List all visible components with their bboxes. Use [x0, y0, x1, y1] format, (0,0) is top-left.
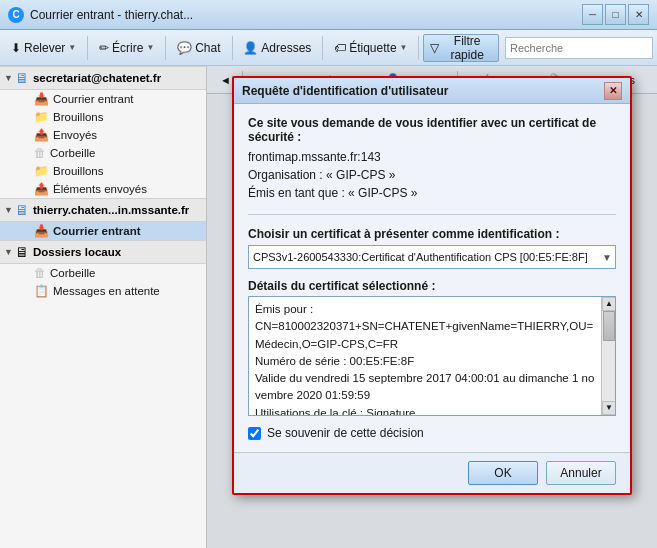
envoyes-1-label: Envoyés — [53, 129, 97, 141]
main-area: ▼ 🖥 secretariat@chatenet.fr 📥 Courrier e… — [0, 66, 657, 548]
section-cert-details: Détails du certificat sélectionné : Émis… — [248, 279, 616, 416]
relever-label: Relever — [24, 41, 65, 55]
filtre-label: Filtre rapide — [442, 34, 492, 62]
scrollbar-up-button[interactable]: ▲ — [602, 297, 616, 311]
corbeille-1-label: Corbeille — [50, 147, 95, 159]
toolbar-sep-1 — [87, 36, 88, 60]
inbox-icon-2: 📥 — [34, 224, 49, 238]
sidebar-item-brouillons-2[interactable]: 📁 Brouillons — [0, 162, 206, 180]
relever-button[interactable]: ⬇ Relever ▼ — [4, 34, 83, 62]
section-choose-cert: Choisir un certificat à présenter comme … — [248, 227, 616, 269]
ecrire-arrow-icon: ▼ — [146, 43, 154, 52]
sidebar-local-folders[interactable]: ▼ 🖥 Dossiers locaux — [0, 240, 206, 264]
search-input[interactable] — [505, 37, 653, 59]
remember-decision-label[interactable]: Se souvenir de cette décision — [267, 426, 424, 440]
sidebar-account-1[interactable]: ▼ 🖥 secretariat@chatenet.fr — [0, 66, 206, 90]
etiquette-arrow-icon: ▼ — [400, 43, 408, 52]
sidebar-account-2[interactable]: ▼ 🖥 thierry.chaten...in.mssante.fr — [0, 198, 206, 222]
messages-attente-label: Messages en attente — [53, 285, 160, 297]
content-area: ◄ ●● Non lus ★ Suivis 👤 Contacts 🏷 Étiqu… — [207, 66, 657, 548]
user-id-dialog: Requête d'identification d'utilisateur ✕… — [232, 76, 632, 495]
chat-icon: 💬 — [177, 41, 192, 55]
organisation-text: Organisation : « GIP-CPS » — [248, 166, 616, 184]
brouillons-1-label: Brouillons — [53, 111, 104, 123]
messages-attente-icon: 📋 — [34, 284, 49, 298]
account1-icon: 🖥 — [15, 70, 29, 86]
envoyes-icon: 📤 — [34, 128, 49, 142]
sidebar-item-courrier-entrant-1[interactable]: 📥 Courrier entrant — [0, 90, 206, 108]
minimize-button[interactable]: ─ — [582, 4, 603, 25]
sidebar-item-corbeille-1[interactable]: 🗑 Corbeille — [0, 144, 206, 162]
main-toolbar: ⬇ Relever ▼ ✏ Écrire ▼ 💬 Chat 👤 Adresses… — [0, 30, 657, 66]
account2-icon: 🖥 — [15, 202, 29, 218]
sidebar-item-envoyes-1[interactable]: 📤 Envoyés — [0, 126, 206, 144]
cert-select-container: CPS3v1-2600543330:Certificat d'Authentif… — [248, 245, 616, 269]
toolbar-sep-4 — [322, 36, 323, 60]
remember-decision-row: Se souvenir de cette décision — [248, 426, 616, 440]
corbeille-local-label: Corbeille — [50, 267, 95, 279]
section1-heading: Ce site vous demande de vous identifier … — [248, 116, 616, 144]
annuler-button[interactable]: Annuler — [546, 461, 616, 485]
adresses-icon: 👤 — [243, 41, 258, 55]
local-expand-icon: ▼ — [4, 247, 13, 257]
sidebar-item-corbeille-local[interactable]: 🗑 Corbeille — [0, 264, 206, 282]
window-title: Courrier entrant - thierry.chat... — [30, 8, 582, 22]
account2-label: thierry.chaten...in.mssante.fr — [33, 204, 189, 216]
corbeille-icon-1: 🗑 — [34, 146, 46, 160]
adresses-label: Adresses — [261, 41, 311, 55]
scrollbar-down-button[interactable]: ▼ — [602, 401, 616, 415]
adresses-button[interactable]: 👤 Adresses — [236, 34, 318, 62]
courrier-entrant-1-label: Courrier entrant — [53, 93, 134, 105]
filtre-rapide-button[interactable]: ▽ Filtre rapide — [423, 34, 499, 62]
ecrire-label: Écrire — [112, 41, 143, 55]
section-security-cert: Ce site vous demande de vous identifier … — [248, 116, 616, 202]
relever-arrow-icon: ▼ — [68, 43, 76, 52]
brouillons-2-label: Brouillons — [53, 165, 104, 177]
dialog-close-button[interactable]: ✕ — [604, 82, 622, 100]
inbox-icon-1: 📥 — [34, 92, 49, 106]
account1-label: secretariat@chatenet.fr — [33, 72, 161, 84]
chat-label: Chat — [195, 41, 220, 55]
sidebar-item-brouillons-1[interactable]: 📁 Brouillons — [0, 108, 206, 126]
cert-details-box[interactable]: Émis pour : CN=810002320371+SN=CHATENET+… — [248, 296, 616, 416]
dialog-sep-1 — [248, 214, 616, 215]
etiquette-label: Étiquette — [349, 41, 396, 55]
corbeille-local-icon: 🗑 — [34, 266, 46, 280]
chat-button[interactable]: 💬 Chat — [170, 34, 227, 62]
scrollbar-thumb[interactable] — [603, 311, 615, 341]
details-scrollbar[interactable]: ▲ ▼ — [601, 297, 615, 415]
toolbar-sep-2 — [165, 36, 166, 60]
dialog-titlebar: Requête d'identification d'utilisateur ✕ — [234, 78, 630, 104]
dialog-overlay: Requête d'identification d'utilisateur ✕… — [207, 66, 657, 548]
cert-details-text: Émis pour : CN=810002320371+SN=CHATENET+… — [255, 301, 609, 416]
filtre-icon: ▽ — [430, 41, 439, 55]
maximize-button[interactable]: □ — [605, 4, 626, 25]
elements-envoyes-icon: 📤 — [34, 182, 49, 196]
close-button[interactable]: ✕ — [628, 4, 649, 25]
sidebar: ▼ 🖥 secretariat@chatenet.fr 📥 Courrier e… — [0, 66, 207, 548]
etiquette-icon: 🏷 — [334, 41, 346, 55]
title-bar: C Courrier entrant - thierry.chat... ─ □… — [0, 0, 657, 30]
cert-select[interactable]: CPS3v1-2600543330:Certificat d'Authentif… — [248, 245, 616, 269]
ecrire-button[interactable]: ✏ Écrire ▼ — [92, 34, 161, 62]
sidebar-item-courrier-entrant-2[interactable]: 📥 Courrier entrant — [0, 222, 206, 240]
etiquette-button[interactable]: 🏷 Étiquette ▼ — [327, 34, 414, 62]
emis-tant-que-text: Émis en tant que : « GIP-CPS » — [248, 184, 616, 202]
sidebar-item-messages-attente[interactable]: 📋 Messages en attente — [0, 282, 206, 300]
sidebar-item-elements-envoyes[interactable]: 📤 Éléments envoyés — [0, 180, 206, 198]
local-icon: 🖥 — [15, 244, 29, 260]
account2-expand-icon: ▼ — [4, 205, 13, 215]
app-icon: C — [8, 7, 24, 23]
ok-button[interactable]: OK — [468, 461, 538, 485]
brouillons-icon-2: 📁 — [34, 164, 49, 178]
elements-envoyes-label: Éléments envoyés — [53, 183, 147, 195]
relever-icon: ⬇ — [11, 41, 21, 55]
toolbar-sep-3 — [232, 36, 233, 60]
dialog-footer: OK Annuler — [234, 452, 630, 493]
brouillons-icon-1: 📁 — [34, 110, 49, 124]
section2-heading: Choisir un certificat à présenter comme … — [248, 227, 616, 241]
toolbar-sep-5 — [418, 36, 419, 60]
dialog-title: Requête d'identification d'utilisateur — [242, 84, 604, 98]
ecrire-icon: ✏ — [99, 41, 109, 55]
remember-decision-checkbox[interactable] — [248, 427, 261, 440]
